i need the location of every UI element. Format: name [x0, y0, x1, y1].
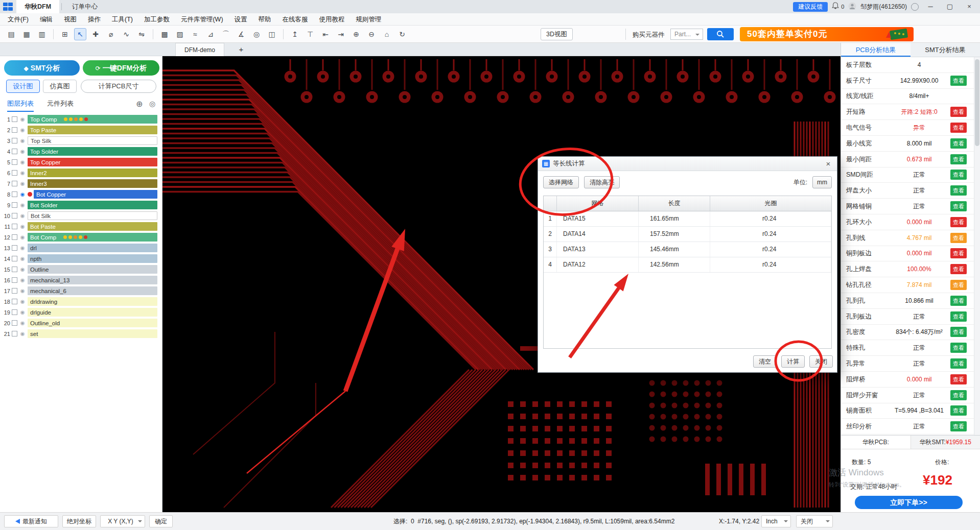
- layer-checkbox[interactable]: [12, 299, 17, 304]
- layer-checkbox[interactable]: [12, 277, 17, 283]
- view-button[interactable]: 查看: [950, 138, 967, 149]
- layer-row[interactable]: 18◉drldrawing: [1, 297, 157, 306]
- eye-icon[interactable]: ◉: [19, 116, 26, 122]
- tab-component-list[interactable]: 元件列表: [47, 99, 74, 108]
- feedback-button[interactable]: 建议反馈: [793, 2, 828, 12]
- new-board-icon[interactable]: ⊞: [59, 28, 71, 40]
- pan-tool-icon[interactable]: ✚: [89, 28, 102, 40]
- search-button[interactable]: [707, 28, 734, 40]
- eye-icon[interactable]: ◉: [19, 277, 26, 283]
- layer-color-bar[interactable]: Bot Comp: [28, 233, 157, 242]
- eye-icon[interactable]: ◉: [19, 159, 26, 165]
- view-button[interactable]: 查看: [950, 421, 967, 431]
- menu-item[interactable]: 规则管理: [351, 13, 387, 26]
- eye-icon[interactable]: ◉: [19, 127, 26, 133]
- absolute-coord-button[interactable]: 绝对坐标: [62, 515, 96, 527]
- new-tab-button[interactable]: +: [236, 44, 246, 55]
- tab-smt-results[interactable]: SMT分析结果: [911, 43, 980, 57]
- view-button[interactable]: 查看: [950, 343, 967, 353]
- view-button[interactable]: 查看: [950, 327, 967, 337]
- clear-highlight-button[interactable]: 清除高亮: [584, 176, 620, 188]
- eye-icon[interactable]: ◉: [19, 213, 26, 219]
- layer-row[interactable]: 13◉drl: [1, 243, 157, 253]
- layer-color-bar[interactable]: drlguide: [28, 308, 157, 317]
- prev-item-icon[interactable]: ⇤: [319, 28, 332, 40]
- view-button[interactable]: 查看: [950, 296, 967, 306]
- menu-item[interactable]: 设置: [229, 13, 253, 26]
- eye-icon[interactable]: ◉: [19, 245, 26, 251]
- layer-row[interactable]: 15◉Outline: [1, 264, 157, 274]
- avatar[interactable]: [848, 2, 856, 12]
- view-button[interactable]: 查看: [950, 154, 967, 164]
- rotate-view-icon[interactable]: ↻: [396, 28, 408, 40]
- menu-item[interactable]: 在线客服: [277, 13, 314, 26]
- layer-color-bar[interactable]: Top Solder: [28, 147, 157, 156]
- layer-row[interactable]: 2◉Top Paste: [1, 125, 157, 135]
- print-icon[interactable]: ▦: [20, 28, 33, 40]
- layer-color-bar[interactable]: Top Paste: [28, 126, 157, 134]
- layer-color-bar[interactable]: Top Silk: [28, 136, 157, 145]
- layer-row[interactable]: 17◉mechanical_6: [1, 286, 157, 296]
- layer-color-bar[interactable]: Outline: [28, 265, 157, 274]
- col-length[interactable]: 长度: [639, 196, 710, 211]
- analysis-chart-icon[interactable]: ∡: [235, 28, 247, 40]
- layer-checkbox[interactable]: [12, 256, 17, 261]
- confirm-button[interactable]: 确定: [149, 515, 173, 527]
- view-button[interactable]: 查看: [950, 185, 967, 196]
- menu-item[interactable]: 帮助: [253, 13, 277, 26]
- layer-color-bar[interactable]: Top Copper: [28, 158, 157, 166]
- fit-home-icon[interactable]: ⌂: [381, 28, 393, 40]
- net-length-row[interactable]: 4DATA12142.56mmr0.24: [544, 257, 831, 273]
- close-button[interactable]: 关闭: [809, 355, 833, 368]
- eye-icon[interactable]: ◉: [19, 320, 26, 326]
- eye-icon[interactable]: ◉: [19, 181, 26, 186]
- layer-row[interactable]: 6◉Inner2: [1, 168, 157, 178]
- layer-color-bar[interactable]: drl: [28, 244, 157, 252]
- panelize-icon[interactable]: ▩: [158, 28, 171, 40]
- layer-color-bar[interactable]: mechanical_13: [28, 276, 157, 284]
- view-button[interactable]: 查看: [950, 248, 967, 258]
- view-button[interactable]: 查看: [950, 76, 967, 86]
- menu-item[interactable]: 文件(F): [2, 13, 34, 26]
- tab-hq-smt[interactable]: 华秋SMT:¥1959.15: [911, 436, 980, 449]
- layer-color-bar[interactable]: set: [28, 329, 157, 338]
- order-center-tab[interactable]: 订单中心: [64, 0, 106, 13]
- layer-checkbox[interactable]: [12, 331, 17, 336]
- menu-item[interactable]: 元件库管理(W): [175, 13, 229, 26]
- net-length-row[interactable]: 3DATA13145.46mmr0.24: [544, 242, 831, 257]
- eye-icon[interactable]: ◉: [19, 138, 26, 143]
- export-icon[interactable]: ↥: [289, 28, 301, 40]
- layer-checkbox[interactable]: [12, 309, 17, 315]
- layer-color-bar[interactable]: drldrawing: [28, 297, 157, 306]
- eye-icon[interactable]: ◉: [19, 202, 26, 208]
- next-item-icon[interactable]: ⇥: [335, 28, 347, 40]
- mirror-tool-icon[interactable]: ⇋: [135, 28, 148, 40]
- view-button[interactable]: 查看: [950, 358, 967, 369]
- view-button[interactable]: 查看: [950, 374, 967, 384]
- col-aperture[interactable]: 光圈: [710, 196, 831, 211]
- view-button[interactable]: 查看: [950, 280, 967, 290]
- layer-checkbox[interactable]: [12, 234, 17, 240]
- minimize-icon[interactable]: ─: [923, 0, 938, 13]
- view-button[interactable]: 查看: [950, 390, 967, 400]
- promo-banner[interactable]: 50套内整单实付0元: [740, 27, 914, 41]
- layer-row[interactable]: 20◉Outline_old: [1, 318, 157, 328]
- layer-color-bar[interactable]: mechanical_6: [28, 286, 157, 295]
- simulation-view-button[interactable]: 仿真图: [43, 80, 77, 93]
- layer-checkbox[interactable]: [12, 224, 17, 229]
- select-tool-icon[interactable]: ↖: [74, 28, 86, 40]
- measure-tool-icon[interactable]: ⌀: [105, 28, 117, 40]
- select-net-button[interactable]: 选择网络: [543, 176, 579, 188]
- part-type-dropdown[interactable]: Part...: [670, 29, 703, 40]
- layer-checkbox[interactable]: [12, 288, 17, 294]
- view-button[interactable]: 查看: [950, 107, 967, 117]
- close-dropdown[interactable]: 关闭: [796, 515, 833, 527]
- layer-row[interactable]: 10◉Bot Silk: [1, 211, 157, 221]
- layer-checkbox[interactable]: [12, 170, 17, 176]
- maximize-icon[interactable]: ▢: [942, 0, 958, 13]
- impedance-icon[interactable]: ⊿: [204, 28, 217, 40]
- net-length-row[interactable]: 2DATA14157.52mmr0.24: [544, 227, 831, 242]
- smt-analysis-button[interactable]: ◆SMT分析: [4, 60, 80, 76]
- layer-color-bar[interactable]: Bot Solder: [28, 201, 157, 209]
- eye-icon[interactable]: ◉: [19, 234, 26, 240]
